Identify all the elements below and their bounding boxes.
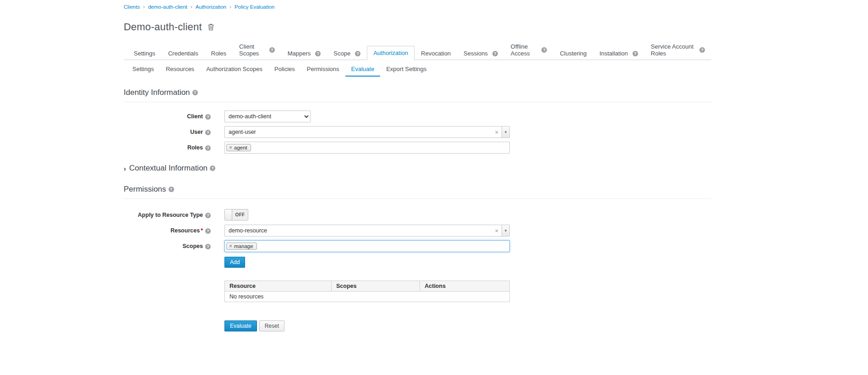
- reset-button[interactable]: Reset: [259, 320, 284, 331]
- resources-field-label: Resources*: [124, 225, 211, 234]
- subtab-authorization-scopes[interactable]: Authorization Scopes: [200, 62, 268, 77]
- delete-client-button[interactable]: [207, 22, 215, 32]
- scope-tag: manage: [226, 243, 257, 250]
- resources-combobox[interactable]: demo-resource: [224, 225, 510, 237]
- subtab-resources[interactable]: Resources: [160, 62, 200, 77]
- clear-user-icon[interactable]: [491, 127, 502, 138]
- apply-resource-type-row: Apply to Resource Type OFF: [124, 209, 711, 221]
- tab-label: Credentials: [168, 50, 198, 57]
- breadcrumb-link-clients[interactable]: Clients: [124, 4, 140, 10]
- resources-table: Resource Scopes Actions No resources: [224, 281, 510, 302]
- tab-clustering[interactable]: Clustering: [553, 46, 593, 60]
- roles-tag-input[interactable]: agent: [224, 142, 510, 154]
- resources-table-wrap: Resource Scopes Actions No resources: [224, 281, 711, 302]
- tab-label: Installation: [600, 50, 628, 57]
- scopes-field-label: Scopes: [124, 240, 211, 249]
- permissions-form: Apply to Resource Type OFF Resources* de…: [124, 201, 711, 331]
- breadcrumb: Clients demo-auth-client Authorization P…: [124, 3, 711, 11]
- clear-resource-icon[interactable]: [491, 225, 502, 236]
- tab-settings[interactable]: Settings: [127, 46, 162, 60]
- tab-credentials[interactable]: Credentials: [162, 46, 205, 60]
- help-icon[interactable]: [699, 47, 705, 53]
- scopes-tag-input[interactable]: manage: [224, 240, 510, 252]
- tab-authorization[interactable]: Authorization: [367, 46, 415, 60]
- identity-form: Client demo-auth-client User agent-user …: [124, 102, 711, 154]
- subtab-permissions[interactable]: Permissions: [301, 62, 345, 77]
- tab-label: Scope: [333, 50, 350, 57]
- tab-roles[interactable]: Roles: [205, 46, 233, 60]
- breadcrumb-link-policy-evaluation[interactable]: Policy Evaluation: [235, 4, 275, 10]
- toggle-state-label: OFF: [232, 210, 248, 220]
- tab-label: Client Scopes: [239, 43, 265, 57]
- help-icon[interactable]: [541, 47, 547, 53]
- contextual-information-toggle[interactable]: Contextual Information: [124, 164, 711, 173]
- tab-label: Mappers: [288, 50, 311, 57]
- form-actions: Evaluate Reset: [224, 320, 711, 331]
- contextual-information-heading-text: Contextual Information: [129, 164, 207, 173]
- identity-information-heading-text: Identity Information: [124, 88, 190, 97]
- help-icon[interactable]: [205, 130, 211, 135]
- tab-label: Sessions: [464, 50, 488, 57]
- table-header-row: Resource Scopes Actions: [225, 281, 510, 292]
- remove-tag-icon[interactable]: [229, 145, 232, 150]
- tab-label: Roles: [211, 50, 226, 57]
- tab-mappers[interactable]: Mappers: [281, 46, 328, 60]
- toggle-handle: [225, 210, 232, 220]
- evaluate-button[interactable]: Evaluate: [224, 320, 257, 331]
- tab-service-account-roles[interactable]: Service Account Roles: [644, 39, 711, 60]
- client-field-label: Client: [124, 110, 211, 120]
- user-dropdown-toggle-icon[interactable]: [502, 127, 509, 138]
- page-title: Demo-auth-client: [124, 21, 202, 33]
- help-icon[interactable]: [633, 51, 638, 56]
- tag-label: manage: [234, 243, 253, 249]
- help-icon[interactable]: [205, 114, 211, 120]
- help-icon[interactable]: [205, 145, 211, 151]
- subtab-policies[interactable]: Policies: [268, 62, 301, 77]
- tab-client-scopes[interactable]: Client Scopes: [233, 39, 281, 60]
- user-field-row: User agent-user: [124, 126, 711, 138]
- tab-installation[interactable]: Installation: [593, 46, 644, 60]
- help-icon[interactable]: [315, 51, 321, 56]
- permissions-heading: Permissions: [124, 185, 711, 199]
- tab-label: Service Account Roles: [651, 43, 695, 57]
- empty-message: No resources: [225, 292, 510, 302]
- user-combobox[interactable]: agent-user: [224, 126, 510, 138]
- tab-offline-access[interactable]: Offline Access: [504, 39, 553, 60]
- help-icon[interactable]: [210, 165, 215, 171]
- roles-field-row: Roles agent: [124, 142, 711, 154]
- col-header-actions: Actions: [420, 281, 510, 292]
- roles-field-label: Roles: [124, 142, 211, 151]
- subtab-export-settings[interactable]: Export Settings: [380, 62, 432, 77]
- breadcrumb-link-authorization[interactable]: Authorization: [196, 4, 226, 10]
- breadcrumb-item-client: demo-auth-client: [140, 4, 187, 10]
- subtab-evaluate[interactable]: Evaluate: [345, 62, 381, 77]
- tab-revocation[interactable]: Revocation: [415, 46, 457, 60]
- help-icon[interactable]: [205, 244, 211, 249]
- help-icon[interactable]: [205, 228, 211, 234]
- help-icon[interactable]: [169, 187, 174, 192]
- resources-field-row: Resources* demo-resource: [124, 225, 711, 237]
- chevron-right-icon: [124, 165, 126, 172]
- client-field-row: Client demo-auth-client: [124, 110, 711, 122]
- role-tag: agent: [226, 144, 251, 151]
- permissions-heading-text: Permissions: [124, 185, 166, 194]
- remove-tag-icon[interactable]: [229, 243, 232, 249]
- help-icon[interactable]: [355, 51, 360, 56]
- identity-information-heading: Identity Information: [124, 88, 711, 102]
- client-select[interactable]: demo-auth-client: [224, 110, 311, 122]
- help-icon[interactable]: [492, 51, 498, 56]
- help-icon[interactable]: [192, 90, 198, 95]
- tab-scope[interactable]: Scope: [327, 46, 367, 60]
- tab-sessions[interactable]: Sessions: [457, 46, 504, 60]
- add-button[interactable]: Add: [224, 257, 245, 268]
- breadcrumb-link-client[interactable]: demo-auth-client: [148, 4, 187, 10]
- resources-dropdown-toggle-icon[interactable]: [502, 225, 509, 236]
- client-tabs: Settings Credentials Roles Client Scopes…: [124, 39, 711, 60]
- help-icon[interactable]: [205, 213, 211, 218]
- trash-icon: [207, 25, 214, 32]
- tab-label: Authorization: [373, 50, 408, 56]
- help-icon[interactable]: [269, 47, 275, 53]
- required-asterisk: *: [201, 227, 203, 234]
- subtab-settings[interactable]: Settings: [126, 62, 160, 77]
- apply-resource-type-toggle[interactable]: OFF: [224, 209, 248, 221]
